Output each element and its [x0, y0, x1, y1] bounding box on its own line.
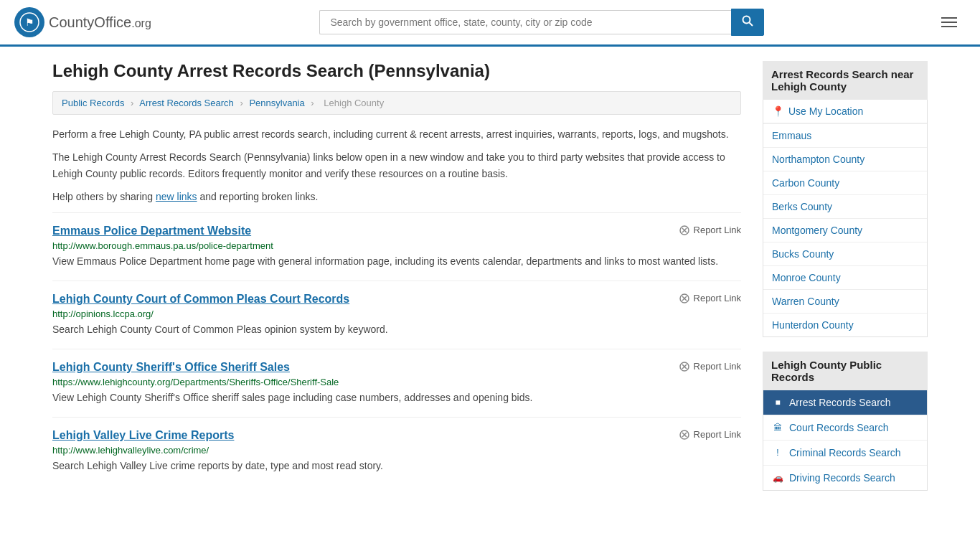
nearby-link-item[interactable]: Monroe County	[763, 266, 927, 290]
result-url: http://opinions.lccpa.org/	[52, 309, 741, 319]
description-para1: Perform a free Lehigh County, PA public …	[52, 126, 741, 142]
record-label: Criminal Records Search	[789, 447, 901, 458]
page-title: Lehigh County Arrest Records Search (Pen…	[52, 61, 741, 81]
hamburger-icon	[938, 14, 960, 30]
logo-ext: .org	[131, 17, 151, 29]
new-links[interactable]: new links	[156, 191, 197, 202]
public-record-item[interactable]: 🚗 Driving Records Search	[763, 466, 927, 490]
breadcrumb-current: Lehigh County	[324, 98, 384, 108]
nearby-link-item[interactable]: Berks County	[763, 195, 927, 219]
report-link[interactable]: Report Link	[679, 293, 741, 304]
nearby-link-item[interactable]: Hunterdon County	[763, 314, 927, 336]
public-record-item[interactable]: 🏛 Court Records Search	[763, 415, 927, 441]
result-url: https://www.lehighcounty.org/Departments…	[52, 377, 741, 387]
menu-button[interactable]	[933, 11, 966, 33]
record-label: Court Records Search	[789, 422, 889, 433]
result-item: Lehigh Valley Live Crime Reports Report …	[52, 417, 741, 485]
description-para3: Help others by sharing new links and rep…	[52, 189, 741, 204]
public-record-link[interactable]: ■ Arrest Records Search	[763, 390, 927, 415]
report-link[interactable]: Report Link	[679, 225, 741, 236]
breadcrumb-arrest-records[interactable]: Arrest Records Search	[139, 98, 234, 108]
result-title[interactable]: Emmaus Police Department Website	[52, 225, 251, 237]
nearby-link[interactable]: Hunterdon County	[763, 314, 927, 336]
use-location-text: Use My Location	[788, 105, 863, 117]
record-icon: ■	[772, 397, 783, 408]
result-header: Emmaus Police Department Website Report …	[52, 225, 741, 237]
result-desc: View Lehigh County Sheriff's Office sher…	[52, 390, 741, 405]
search-area	[319, 9, 764, 36]
result-title[interactable]: Lehigh County Court of Common Pleas Cour…	[52, 293, 349, 306]
nearby-link[interactable]: Bucks County	[763, 242, 927, 265]
nearby-link[interactable]: Warren County	[763, 290, 927, 313]
svg-text:⚑: ⚑	[25, 17, 34, 28]
result-url: http://www.borough.emmaus.pa.us/police-d…	[52, 240, 741, 251]
header: ⚑ CountyOffice.org	[0, 0, 980, 47]
nearby-links: EmmausNorthampton CountyCarbon CountyBer…	[763, 124, 927, 336]
nearby-link-item[interactable]: Northampton County	[763, 148, 927, 171]
breadcrumb: Public Records › Arrest Records Search ›…	[52, 91, 741, 115]
logo-area: ⚑ CountyOffice.org	[14, 7, 151, 37]
nearby-link-item[interactable]: Montgomery County	[763, 219, 927, 242]
nearby-link[interactable]: Berks County	[763, 195, 927, 218]
nearby-link-item[interactable]: Emmaus	[763, 124, 927, 148]
result-title[interactable]: Lehigh County Sheriff's Office Sheriff S…	[52, 361, 290, 374]
description-para2: The Lehigh County Arrest Records Search …	[52, 149, 741, 182]
record-label: Driving Records Search	[789, 472, 895, 484]
nearby-link-item[interactable]: Bucks County	[763, 242, 927, 266]
result-item: Lehigh County Sheriff's Office Sheriff S…	[52, 349, 741, 417]
breadcrumb-pennsylvania[interactable]: Pennsylvania	[249, 98, 304, 108]
use-location-link[interactable]: 📍 Use My Location	[763, 100, 927, 123]
nearby-link[interactable]: Carbon County	[763, 171, 927, 194]
nearby-link[interactable]: Monroe County	[763, 266, 927, 289]
nearby-link[interactable]: Emmaus	[763, 124, 927, 147]
report-link[interactable]: Report Link	[679, 429, 741, 441]
record-icon: !	[772, 448, 783, 458]
svg-point-2	[743, 17, 750, 24]
result-desc: Search Lehigh County Court of Common Ple…	[52, 322, 741, 337]
breadcrumb-public-records[interactable]: Public Records	[62, 98, 124, 108]
nearby-link-item[interactable]: Carbon County	[763, 171, 927, 195]
search-input[interactable]	[319, 10, 731, 34]
logo-text: CountyOffice.org	[49, 14, 151, 31]
result-item: Emmaus Police Department Website Report …	[52, 212, 741, 281]
content-area: Lehigh County Arrest Records Search (Pen…	[52, 61, 741, 491]
nearby-link[interactable]: Northampton County	[763, 148, 927, 171]
sidebar: Arrest Records Search near Lehigh County…	[763, 61, 928, 491]
logo-icon: ⚑	[14, 7, 44, 37]
logo-name: CountyOffice	[49, 14, 131, 30]
public-record-item[interactable]: ! Criminal Records Search	[763, 441, 927, 466]
record-icon: 🏛	[772, 423, 783, 433]
location-icon: 📍	[772, 105, 784, 117]
result-desc: Search Lehigh Valley Live crime reports …	[52, 458, 741, 474]
search-button[interactable]	[731, 9, 764, 36]
report-link[interactable]: Report Link	[679, 361, 741, 372]
result-header: Lehigh County Court of Common Pleas Cour…	[52, 293, 741, 306]
public-record-link[interactable]: ! Criminal Records Search	[763, 441, 927, 465]
nearby-links-list: 📍 Use My Location EmmausNorthampton Coun…	[763, 100, 928, 337]
svg-line-3	[750, 23, 753, 27]
public-record-link[interactable]: 🏛 Court Records Search	[763, 415, 927, 440]
nearby-link-item[interactable]: Warren County	[763, 290, 927, 314]
result-item: Lehigh County Court of Common Pleas Cour…	[52, 281, 741, 349]
public-record-item[interactable]: ■ Arrest Records Search	[763, 390, 927, 415]
result-header: Lehigh Valley Live Crime Reports Report …	[52, 429, 741, 442]
record-label: Arrest Records Search	[789, 397, 891, 408]
use-location-item[interactable]: 📍 Use My Location	[763, 100, 927, 124]
public-records-list: ■ Arrest Records Search 🏛 Court Records …	[763, 390, 928, 491]
public-record-link[interactable]: 🚗 Driving Records Search	[763, 466, 927, 490]
public-records-section-title: Lehigh County Public Records	[763, 352, 928, 390]
main-container: Lehigh County Arrest Records Search (Pen…	[38, 47, 942, 505]
record-icon: 🚗	[772, 473, 783, 483]
nearby-section-title: Arrest Records Search near Lehigh County	[763, 61, 928, 100]
result-desc: View Emmaus Police Department home page …	[52, 254, 741, 269]
result-header: Lehigh County Sheriff's Office Sheriff S…	[52, 361, 741, 374]
result-title[interactable]: Lehigh Valley Live Crime Reports	[52, 429, 234, 442]
nearby-link[interactable]: Montgomery County	[763, 219, 927, 242]
result-url: http://www.lehighvalleylive.com/crime/	[52, 445, 741, 456]
results-container: Emmaus Police Department Website Report …	[52, 212, 741, 485]
